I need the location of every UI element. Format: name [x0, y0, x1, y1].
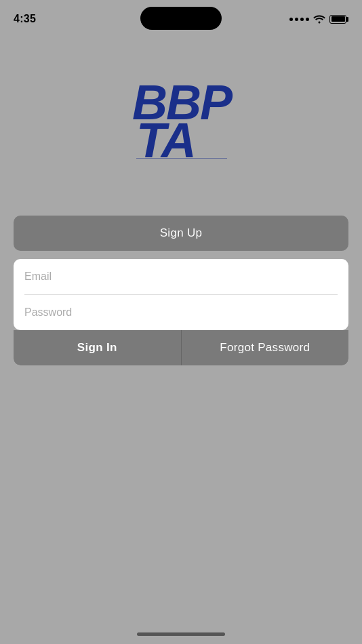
- signup-button[interactable]: Sign Up: [14, 216, 348, 251]
- password-input[interactable]: [14, 295, 348, 330]
- input-group: [14, 259, 348, 330]
- battery-icon: [329, 15, 348, 24]
- signin-button[interactable]: Sign In: [14, 330, 181, 365]
- bottom-buttons: Sign In Forgot Password: [14, 330, 348, 365]
- form-container: Sign Up Sign In Forgot Password: [14, 216, 348, 365]
- logo-container: BBP TA: [127, 71, 235, 161]
- status-icons: [289, 14, 348, 24]
- svg-text:TA: TA: [136, 113, 195, 159]
- main-content: BBP TA Sign Up Sign In Forgot Password: [0, 71, 362, 365]
- forgot-password-button[interactable]: Forgot Password: [181, 330, 349, 365]
- bbpta-logo: BBP TA: [127, 71, 235, 159]
- email-input[interactable]: [14, 259, 348, 294]
- wifi-icon: [313, 14, 325, 24]
- status-bar: 4:35: [0, 0, 362, 30]
- home-indicator: [137, 632, 225, 636]
- dynamic-island: [140, 7, 222, 30]
- signal-icon: [289, 18, 309, 21]
- status-time: 4:35: [14, 13, 36, 25]
